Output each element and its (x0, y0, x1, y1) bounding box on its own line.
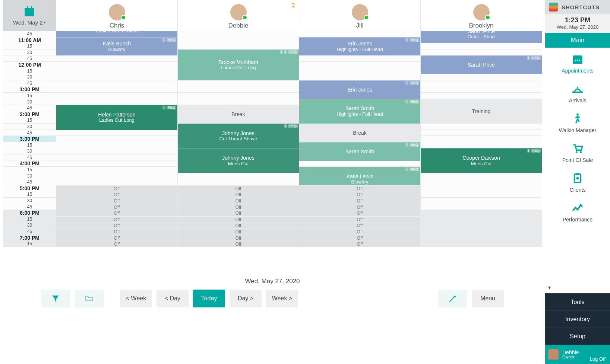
appointment[interactable]: Break (178, 105, 299, 124)
grid-slot[interactable] (56, 93, 177, 99)
grid-slot[interactable] (56, 99, 177, 105)
grid-slot[interactable] (56, 136, 177, 142)
nav-item-arrivals[interactable]: Arrivals (545, 77, 610, 107)
date-selector[interactable]: Wed, May 27 (3, 0, 56, 31)
grid-slot[interactable] (421, 229, 542, 235)
appointment[interactable]: iREQJohnny JonesCut Throat Shave (178, 124, 299, 148)
grid-slot[interactable] (178, 93, 299, 99)
grid-slot[interactable] (421, 222, 542, 229)
grid-slot[interactable] (421, 142, 542, 149)
grid-slot[interactable] (421, 210, 542, 216)
prev-week-button[interactable]: < Week (120, 290, 152, 307)
grid-slot[interactable] (178, 173, 299, 179)
nav-item-clients[interactable]: Clients (545, 167, 610, 197)
grid-slot[interactable] (421, 173, 542, 179)
grid-slot[interactable] (56, 148, 177, 154)
next-day-button[interactable]: Day > (230, 290, 262, 307)
appointment[interactable]: iREQCooper DawsonMens Cut (421, 148, 542, 173)
nav-item-walkin-manager[interactable]: Walkin Manager (545, 107, 610, 137)
staff-column-header[interactable]: Jill (299, 0, 421, 31)
staff-column-header[interactable]: Brooklyn (421, 0, 542, 31)
main-button[interactable]: Main (545, 33, 610, 48)
grid-slot[interactable] (421, 80, 542, 87)
grid-slot[interactable] (56, 167, 177, 173)
grid-slot[interactable] (421, 86, 542, 93)
grid-slot[interactable] (56, 160, 177, 167)
grid-slot[interactable] (421, 179, 542, 185)
grid-slot[interactable] (421, 216, 542, 223)
grid-slot[interactable] (299, 74, 420, 80)
grid-slot[interactable] (421, 204, 542, 210)
prev-day-button[interactable]: < Day (157, 290, 189, 307)
grid-slot[interactable] (299, 160, 420, 167)
logoff-link[interactable]: Log Off (590, 349, 607, 362)
dark-nav-tools[interactable]: Tools (545, 293, 610, 310)
grid-slot[interactable] (56, 173, 177, 179)
grid-slot[interactable] (421, 235, 542, 241)
grid-slot[interactable] (56, 154, 177, 161)
grid-slot[interactable] (421, 185, 542, 192)
dark-nav-inventory[interactable]: Inventory (545, 310, 610, 328)
grid-slot[interactable] (299, 68, 420, 74)
appointment[interactable]: iREQErin Jones (299, 80, 420, 99)
dark-nav-setup[interactable]: Setup (545, 328, 610, 345)
today-button[interactable]: Today (193, 290, 225, 307)
next-week-button[interactable]: Week > (266, 290, 298, 307)
user-panel[interactable]: Debbie Owner Log Off (545, 345, 610, 364)
grid-slot[interactable] (56, 80, 177, 87)
appointment[interactable]: iREQSarah Smith (299, 142, 420, 161)
grid-slot[interactable] (421, 50, 542, 56)
grid-slot[interactable] (178, 31, 299, 37)
grid-slot[interactable] (56, 86, 177, 93)
grid-slot[interactable] (421, 136, 542, 142)
brand-header[interactable]: SHORTCUTS (545, 0, 610, 14)
appointment[interactable]: Johnny JonesMens Cut (178, 148, 299, 173)
appointment[interactable]: !REQKatie BunchBlowdry (56, 37, 177, 56)
grid-slot[interactable] (56, 62, 177, 68)
menu-button[interactable]: Menu (472, 290, 504, 307)
staff-column[interactable]: Ladies Cut Medium!REQKatie BunchBlowdryi… (56, 31, 178, 247)
staff-column-header[interactable]: Chris (56, 0, 178, 31)
grid-slot[interactable] (56, 68, 177, 74)
wizard-button[interactable] (438, 290, 467, 307)
staff-column[interactable]: !iREQBrooke MorkhamLadies Cut LongBreaki… (178, 31, 299, 247)
grid-slot[interactable] (421, 198, 542, 204)
grid-slot[interactable] (421, 241, 542, 247)
folder-button[interactable] (75, 290, 104, 307)
grid-slot[interactable] (421, 191, 542, 198)
note-icon[interactable]: 🗎 (291, 2, 297, 9)
grid-slot[interactable] (421, 74, 542, 80)
filter-button[interactable] (41, 290, 70, 307)
grid-slot[interactable] (299, 31, 420, 37)
appointment[interactable]: Training (421, 99, 542, 124)
appointment[interactable]: iREQSarah Price (421, 55, 542, 74)
appointment[interactable]: iREQSarah SmithHighlights - Full Head (299, 99, 420, 124)
appointment[interactable]: iREQErin JonesHighlights - Full Head (299, 37, 420, 56)
nav-item-point-of-sale[interactable]: Point Of Sale (545, 137, 610, 167)
appointment[interactable]: Sarah PriceColor - Short (421, 31, 542, 43)
grid-slot[interactable] (56, 179, 177, 185)
grid-slot[interactable] (56, 142, 177, 149)
appointment[interactable]: iREQHelen PattersonLadies Cut Long (56, 105, 177, 130)
grid-slot[interactable] (178, 99, 299, 105)
grid-slot[interactable] (299, 55, 420, 62)
grid-slot[interactable] (56, 130, 177, 136)
grid-slot[interactable] (299, 62, 420, 68)
staff-column[interactable]: iREQErin JonesHighlights - Full HeadiREQ… (299, 31, 421, 247)
grid-slot[interactable] (421, 93, 542, 99)
appointment[interactable]: !iREQBrooke MorkhamLadies Cut Long (178, 50, 299, 80)
appointment[interactable]: Break (299, 124, 420, 142)
grid-slot[interactable] (421, 43, 542, 50)
grid-slot[interactable] (178, 43, 299, 50)
grid-slot[interactable] (56, 74, 177, 80)
staff-column-header[interactable]: Debbie 🗎 (178, 0, 299, 31)
chevron-down-icon[interactable]: ▾ (548, 284, 551, 290)
grid-slot[interactable] (421, 130, 542, 136)
grid-slot[interactable] (178, 37, 299, 44)
grid-slot[interactable] (178, 179, 299, 185)
grid-slot[interactable] (421, 124, 542, 130)
grid-slot[interactable] (178, 80, 299, 87)
grid-slot[interactable] (56, 55, 177, 62)
nav-item-appointments[interactable]: Appointments (545, 48, 610, 77)
grid-slot[interactable] (178, 86, 299, 93)
